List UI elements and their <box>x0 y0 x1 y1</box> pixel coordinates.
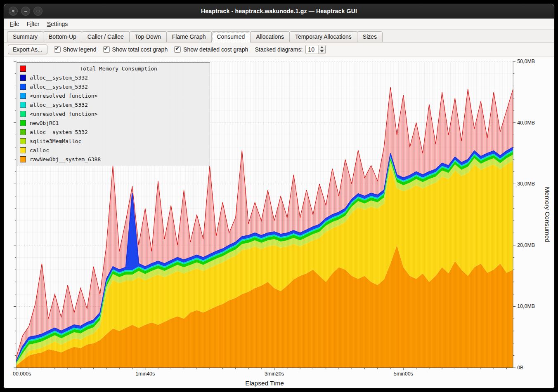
show-legend-checkbox-group[interactable]: ✔ Show legend <box>54 46 97 53</box>
legend-item: sqlite3MemMalloc <box>20 136 207 146</box>
maximize-icon: □ <box>37 9 39 13</box>
legend-item: alloc__system_5332 <box>20 127 207 136</box>
chevron-up-icon <box>320 46 324 48</box>
close-icon: × <box>12 8 14 14</box>
legend-swatch <box>20 102 26 108</box>
tab-consumed[interactable]: Consumed <box>211 31 251 42</box>
stacked-diagrams-label: Stacked diagrams: <box>255 46 303 53</box>
legend-swatch <box>20 93 26 99</box>
y-axis-title: Memory Consumed <box>544 187 551 242</box>
legend-item: alloc__system_5332 <box>20 73 207 82</box>
legend-item: calloc <box>20 146 207 155</box>
legend-label: <unresolved function> <box>30 93 97 99</box>
tab-caller-callee[interactable]: Caller / Callee <box>82 31 130 42</box>
legend-label: sqlite3MemMalloc <box>30 138 81 144</box>
legend-label: alloc__system_5332 <box>30 84 88 90</box>
legend-label: alloc__system_5332 <box>30 129 88 135</box>
tab-summary[interactable]: Summary <box>7 31 43 42</box>
legend-label: rawNewObj__system_6388 <box>30 156 101 162</box>
y-tick-label: 0B <box>517 365 523 371</box>
show-legend-checkbox[interactable]: ✔ <box>54 46 61 53</box>
menu-bar: File Filter Settings <box>4 19 554 30</box>
menu-filter-rest: lter <box>31 21 39 27</box>
x-tick-label: 3min20s <box>265 371 284 377</box>
menu-settings-rest: ettings <box>51 21 68 27</box>
menu-file[interactable]: File <box>6 19 23 28</box>
spin-arrows <box>318 45 325 54</box>
menu-file-rest: ile <box>14 21 19 27</box>
legend-swatch <box>20 138 26 144</box>
legend-swatch <box>20 84 26 90</box>
legend-swatch-total <box>20 66 26 72</box>
minimize-button[interactable]: – <box>21 7 30 16</box>
menu-filter-pre: F <box>27 21 31 27</box>
tab-allocations[interactable]: Allocations <box>250 31 290 42</box>
legend-swatch <box>20 129 26 135</box>
show-detailed-cost-label: Show detailed cost graph <box>183 46 248 53</box>
tab-temporary-allocations[interactable]: Temporary Allocations <box>289 31 357 42</box>
legend-swatch <box>20 111 26 117</box>
toolbar: Export As... ✔ Show legend ✔ Show total … <box>4 42 554 56</box>
legend-swatch <box>20 147 26 153</box>
x-tick-label: 5min00s <box>394 371 413 377</box>
menu-settings[interactable]: Settings <box>43 19 72 28</box>
menu-file-mnemonic: F <box>10 21 14 27</box>
legend-item: <unresolved function> <box>20 109 207 118</box>
legend-swatch <box>20 75 26 81</box>
legend-swatch <box>20 120 26 126</box>
legend-label: newObjRC1 <box>30 120 59 126</box>
show-legend-label: Show legend <box>63 46 97 53</box>
check-icon: ✔ <box>55 45 59 52</box>
window-title: Heaptrack - heaptrack.wakunode.1.gz — He… <box>201 8 357 14</box>
y-tick-label: 10,0MB <box>517 303 535 309</box>
stacked-diagrams-value[interactable]: 10 <box>306 45 318 54</box>
x-tick-label: 1min40s <box>135 371 155 377</box>
legend-item: alloc__system_5332 <box>20 82 207 91</box>
tab-bar: Summary Bottom-Up Caller / Callee Top-Do… <box>4 30 554 42</box>
legend-item: <unresolved function> <box>20 91 207 100</box>
legend-title-row: Total Memory Consumption <box>20 64 207 73</box>
x-tick-label: 00.000s <box>13 371 31 377</box>
legend-item: rawNewObj__system_6388 <box>20 155 207 164</box>
legend-label: alloc__system_5332 <box>30 75 88 81</box>
legend-label: calloc <box>30 147 49 153</box>
minimize-icon: – <box>24 8 27 14</box>
menu-settings-mnemonic: S <box>47 21 51 27</box>
close-button[interactable]: × <box>9 7 18 16</box>
chart-legend: Total Memory Consumptionalloc__system_53… <box>17 62 210 166</box>
maximize-button[interactable]: □ <box>33 7 43 16</box>
heaptrack-window: × – □ Heaptrack - heaptrack.wakunode.1.g… <box>3 3 555 389</box>
legend-item: newObjRC1 <box>20 118 207 127</box>
legend-swatch <box>20 156 26 162</box>
tab-sizes[interactable]: Sizes <box>357 31 383 42</box>
y-tick-label: 50,0MB <box>517 59 535 64</box>
show-total-cost-checkbox-group[interactable]: ✔ Show total cost graph <box>103 46 168 53</box>
legend-label: <unresolved function> <box>30 111 97 117</box>
show-detailed-cost-checkbox[interactable]: ✔ <box>174 46 181 53</box>
stacked-diagrams-spinbox[interactable]: 10 <box>305 45 326 54</box>
tab-top-down[interactable]: Top-Down <box>129 31 167 42</box>
tab-flame-graph[interactable]: Flame Graph <box>166 31 212 42</box>
show-total-cost-label: Show total cost graph <box>112 46 168 53</box>
legend-item: alloc__system_5332 <box>20 100 207 109</box>
legend-label: alloc__system_5332 <box>30 102 88 108</box>
window-controls: × – □ <box>9 7 43 16</box>
check-icon: ✔ <box>175 45 180 52</box>
consumed-chart-area: 00.000s1min40s3min20s5min00s0B10,0MB20,0… <box>4 56 554 388</box>
title-bar[interactable]: × – □ Heaptrack - heaptrack.wakunode.1.g… <box>4 4 554 19</box>
legend-title: Total Memory Consumption <box>30 66 207 72</box>
menu-filter[interactable]: Filter <box>23 19 43 28</box>
spin-up-button[interactable] <box>319 45 325 50</box>
tab-bottom-up[interactable]: Bottom-Up <box>43 31 82 42</box>
show-detailed-cost-checkbox-group[interactable]: ✔ Show detailed cost graph <box>174 46 248 53</box>
desktop-background: × – □ Heaptrack - heaptrack.wakunode.1.g… <box>0 0 558 392</box>
y-tick-label: 40,0MB <box>517 120 535 126</box>
check-icon: ✔ <box>104 45 109 52</box>
spin-down-button[interactable] <box>319 49 325 54</box>
export-as-button[interactable]: Export As... <box>8 45 47 54</box>
y-tick-label: 30,0MB <box>517 181 535 187</box>
x-axis-title: Elapsed Time <box>245 380 284 387</box>
show-total-cost-checkbox[interactable]: ✔ <box>103 46 110 53</box>
y-tick-label: 20,0MB <box>517 242 535 248</box>
stacked-diagrams-group: Stacked diagrams: 10 <box>255 45 326 54</box>
